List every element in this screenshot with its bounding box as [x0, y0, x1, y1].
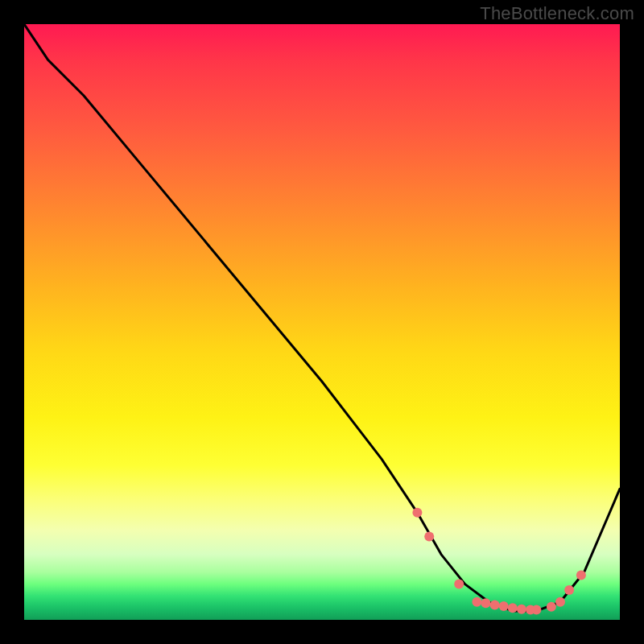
chart-plot-area [24, 24, 620, 620]
chart-gradient-background [24, 24, 620, 620]
attribution-text: TheBottleneck.com [480, 3, 634, 24]
chart-frame [24, 24, 620, 620]
